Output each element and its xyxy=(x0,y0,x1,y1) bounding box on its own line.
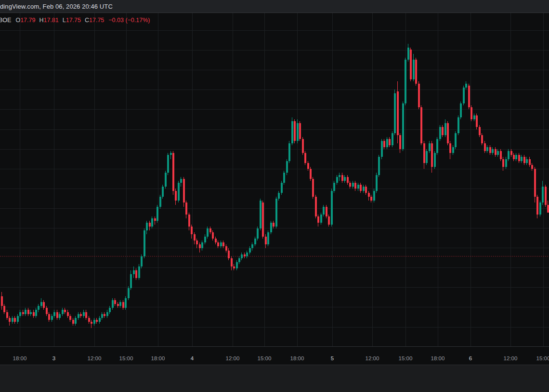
close-value: 17.75 xyxy=(89,17,104,24)
ohlc-high: H17.81 xyxy=(39,17,58,24)
ohlc-low: L17.75 xyxy=(63,17,81,24)
ohlc-open: O17.79 xyxy=(15,17,35,24)
time-axis-label: 12:00 xyxy=(226,355,240,361)
candles-layer xyxy=(1,44,549,328)
candlestick-chart[interactable]: 18:00312:0015:0018:00412:0015:0018:00512… xyxy=(0,0,549,392)
time-axis-label: 18:00 xyxy=(431,355,445,361)
ohlc-legend[interactable]: BOEO17.79H17.81L17.75C17.75−0.03 (−0.17%… xyxy=(0,17,150,24)
time-axis-label: 12:00 xyxy=(366,355,379,361)
time-axis-day-label: 3 xyxy=(52,355,55,361)
time-axis-label: 12:00 xyxy=(88,355,102,361)
time-axis[interactable]: 18:00312:0015:0018:00412:0015:0018:00512… xyxy=(13,355,549,361)
time-axis-label: 12:00 xyxy=(504,355,518,361)
time-axis-label: 18:00 xyxy=(13,355,27,361)
grid-layer xyxy=(0,13,549,347)
time-axis-label: 15:00 xyxy=(258,355,272,361)
close-label: C xyxy=(85,17,89,24)
time-axis-label: 18:00 xyxy=(151,355,165,361)
time-axis-day-label: 6 xyxy=(469,355,472,361)
time-axis-label: 15:00 xyxy=(536,355,549,361)
change-label: −0.03 (−0.17%) xyxy=(108,17,150,24)
low-label: L xyxy=(63,17,66,24)
symbol-label: BOE xyxy=(0,17,11,24)
time-axis-day-label: 4 xyxy=(191,355,194,361)
open-label: O xyxy=(15,17,20,24)
ohlc-close: C17.75 xyxy=(85,17,104,24)
top-bar: dingView.com, Feb 06, 2026 20:46 UTC xyxy=(0,0,549,13)
high-value: 17.81 xyxy=(43,17,58,24)
low-value: 17.75 xyxy=(66,17,81,24)
page-title: dingView.com, Feb 06, 2026 20:46 UTC xyxy=(0,3,113,10)
tradingview-chart-page: dingView.com, Feb 06, 2026 20:46 UTC BOE… xyxy=(0,0,549,392)
open-value: 17.79 xyxy=(20,17,35,24)
time-axis-label: 15:00 xyxy=(119,355,133,361)
time-axis-label: 15:00 xyxy=(399,355,413,361)
time-axis-label: 18:00 xyxy=(290,355,304,361)
footer-bar xyxy=(0,365,549,392)
time-axis-day-label: 5 xyxy=(331,355,334,361)
